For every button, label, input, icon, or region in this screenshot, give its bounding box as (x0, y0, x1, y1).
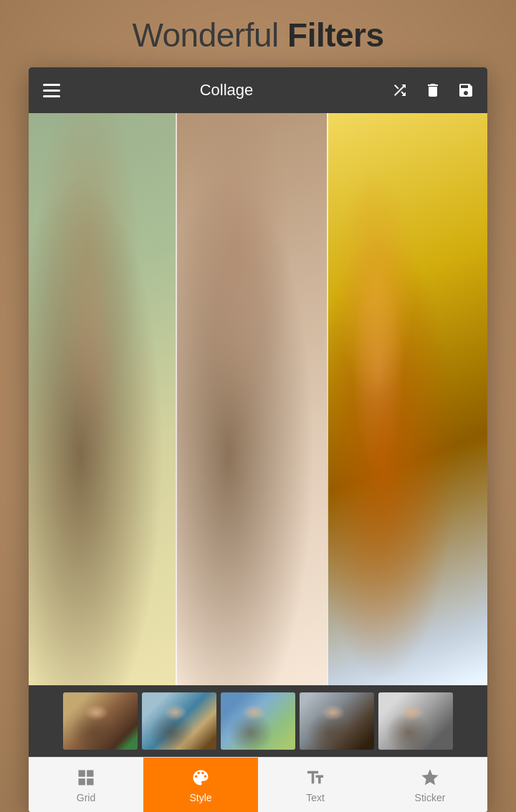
tab-grid-label: Grid (77, 792, 95, 803)
text-icon (305, 768, 325, 788)
tab-sticker[interactable]: Sticker (373, 758, 487, 812)
tab-style-label: Style (189, 792, 211, 803)
title-area: Wonderful Filters (0, 0, 516, 67)
thumbnail-strip (29, 685, 487, 757)
collage-canvas (29, 113, 487, 685)
thumbnail-2[interactable] (142, 692, 216, 750)
phone-frame: Collage (29, 67, 487, 812)
tab-style[interactable]: Style (143, 758, 258, 812)
collage-area[interactable] (29, 113, 487, 685)
thumbnail-1[interactable] (63, 692, 138, 750)
trash-icon (424, 82, 441, 99)
photo-strip-2 (176, 113, 327, 685)
thumb-person-1 (63, 692, 138, 750)
tab-text[interactable]: Text (258, 758, 373, 812)
photo-filter-3 (327, 113, 487, 685)
photo-strip-3 (327, 113, 487, 685)
top-bar: Collage (29, 67, 487, 113)
grid-icon (76, 768, 96, 788)
shuffle-button[interactable] (390, 80, 410, 100)
sticker-icon (420, 768, 440, 788)
divider-2 (327, 113, 328, 685)
app-container: Wonderful Filters Collage (0, 0, 516, 812)
save-button[interactable] (456, 80, 476, 100)
page-title: Wonderful Filters (0, 16, 516, 54)
hamburger-line-1 (43, 84, 60, 86)
bottom-tabs: Grid Style Text Sticker (29, 757, 487, 812)
photo-filter-2 (176, 113, 327, 685)
divider-1 (176, 113, 177, 685)
topbar-actions (390, 80, 476, 100)
thumb-person-3 (221, 692, 295, 750)
thumbnail-3[interactable] (221, 692, 295, 750)
thumb-person-4 (300, 692, 374, 750)
topbar-title: Collage (63, 81, 390, 100)
thumbnail-4[interactable] (300, 692, 374, 750)
photo-strip-1 (29, 113, 176, 685)
hamburger-line-3 (43, 95, 60, 97)
hamburger-line-2 (43, 90, 60, 92)
thumb-person-2 (142, 692, 216, 750)
tab-text-label: Text (306, 792, 325, 803)
thumbnail-5[interactable] (378, 692, 453, 750)
trash-button[interactable] (423, 80, 443, 100)
style-icon (191, 768, 211, 788)
tab-sticker-label: Sticker (415, 792, 446, 803)
menu-button[interactable] (40, 81, 63, 100)
shuffle-icon (391, 82, 408, 99)
photo-filter-1 (29, 113, 176, 685)
tab-grid[interactable]: Grid (29, 758, 143, 812)
title-bold: Filters (287, 16, 384, 54)
title-prefix: Wonderful (132, 16, 287, 54)
save-icon (457, 82, 474, 99)
thumb-person-5 (378, 692, 453, 750)
